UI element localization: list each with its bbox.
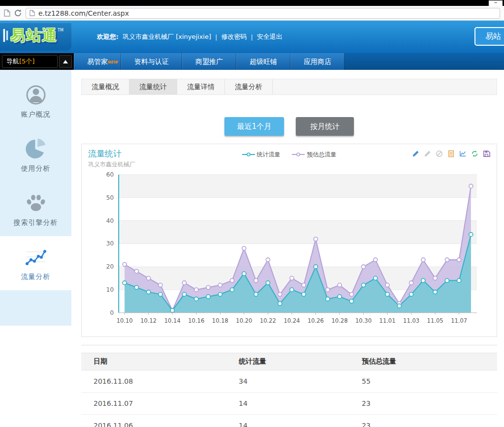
cell-estimate: 23 (362, 392, 497, 414)
svg-text:60: 60 (106, 171, 114, 178)
nav-tab-credentials[interactable]: 资料与认证 (121, 53, 182, 70)
cell-date: 2016.11.06 (81, 414, 239, 427)
sidebar-item-search-engine[interactable]: 搜索引擎分析 (0, 182, 71, 236)
cell-stats: 14 (239, 414, 362, 427)
eraser-icon[interactable] (436, 150, 443, 157)
divider (81, 345, 497, 345)
welcome-bar: 欢迎您: 巩义市鑫业机械厂 [xinyejixie] | 修改密码 | 安全退出 (97, 32, 283, 41)
site-header: 易站通 TM 欢迎您: 巩义市鑫业机械厂 [xinyejixie] | 修改密码… (0, 21, 504, 53)
tab-label: 流量统计 (139, 83, 167, 91)
tab-traffic-details[interactable]: 流量详情 (177, 79, 225, 94)
svg-text:10.10: 10.10 (117, 317, 133, 324)
content: 账户概况 使用分析 搜索引擎分析 (0, 70, 504, 427)
new-badge: NEW (107, 54, 118, 71)
cell-date: 2016.11.07 (81, 392, 239, 414)
reload-icon[interactable] (14, 9, 22, 17)
legend-marker-icon (242, 152, 255, 158)
sidebar-item-label: 使用分析 (0, 164, 71, 173)
corner-button[interactable]: 易站 (474, 27, 504, 46)
svg-text:11.07: 11.07 (451, 317, 467, 324)
main-nav: 导航[5个] 易管家 NEW 资料与认证 商盟推广 超级旺铺 应用商店 (0, 53, 504, 70)
svg-text:0: 0 (110, 309, 114, 316)
svg-text:11.05: 11.05 (427, 317, 443, 324)
content-tabs: 流量概况 流量统计 流量详情 流量分析 (81, 79, 497, 95)
sidebar-item-label: 搜索引擎分析 (0, 218, 71, 227)
tab-label: 流量分析 (235, 83, 262, 91)
table-header-row: 日期 统计流量 预估总流量 (81, 353, 497, 370)
main-area: 流量概况 流量统计 流量详情 流量分析 最近1个月 按月统计 流量统计 巩义市鑫… (71, 70, 504, 427)
logo-text: 易站通 (10, 27, 58, 44)
table-row: 2016.11.08 34 55 (81, 370, 497, 392)
svg-text:10.30: 10.30 (355, 317, 372, 324)
tab-traffic-stats[interactable]: 流量统计 (129, 79, 177, 94)
nav-tab-super-shop[interactable]: 超级旺铺 (236, 53, 290, 70)
panel-toolbar (412, 150, 490, 157)
logout-link[interactable]: 安全退出 (257, 32, 283, 41)
nav-tab-label: 超级旺铺 (250, 58, 277, 65)
line-chart-icon[interactable] (459, 150, 467, 157)
panel-subtitle: 巩义市鑫业机械厂 (88, 160, 490, 169)
nav-tab-yiguanjia[interactable]: 易管家 NEW (74, 53, 121, 70)
address-bar[interactable]: e.tz1288.com/Center.aspx (26, 8, 500, 19)
edit-pencil-blue-icon[interactable] (412, 150, 419, 157)
nav-collapse-button[interactable] (59, 55, 72, 68)
sidebar-item-usage-analysis[interactable]: 使用分析 (0, 128, 71, 182)
user-icon (25, 84, 47, 106)
nav-tab-app-store[interactable]: 应用商店 (290, 53, 345, 70)
svg-text:10.14: 10.14 (164, 317, 181, 324)
refresh-icon[interactable] (471, 150, 478, 157)
tab-traffic-analysis[interactable]: 流量分析 (225, 79, 273, 94)
paw-icon (25, 192, 47, 214)
sidebar-item-account-overview[interactable]: 账户概况 (0, 74, 71, 128)
svg-text:10.16: 10.16 (188, 317, 204, 324)
tab-label: 流量概况 (92, 83, 119, 91)
svg-text:10.12: 10.12 (140, 317, 157, 324)
minimize-button[interactable]: ─ (489, 0, 503, 6)
cell-date: 2016.11.08 (81, 370, 239, 392)
legend-item-estimate[interactable]: 预估总流量 (292, 151, 336, 158)
svg-text:50: 50 (106, 194, 114, 201)
cell-stats: 34 (239, 370, 362, 392)
nav-dropdown[interactable]: 导航[5个] (2, 55, 58, 68)
svg-text:20: 20 (106, 263, 114, 270)
change-password-link[interactable]: 修改密码 (221, 32, 247, 41)
col-header-estimate: 预估总流量 (362, 353, 497, 370)
svg-text:11.01: 11.01 (379, 317, 396, 324)
col-header-date: 日期 (81, 353, 239, 370)
recent-month-button[interactable]: 最近1个月 (224, 117, 284, 136)
nav-tab-label: 应用商店 (304, 58, 331, 65)
separator: | (215, 33, 217, 41)
cell-estimate: 23 (362, 414, 497, 427)
legend-item-stats[interactable]: 统计流量 (242, 151, 283, 158)
app-logo[interactable]: 易站通 TM (0, 23, 71, 51)
svg-text:10.20: 10.20 (236, 317, 252, 324)
cell-stats: 14 (239, 392, 362, 414)
page-icon (4, 9, 10, 17)
nav-tab-label: 易管家 (87, 58, 108, 65)
arrow-up-icon (63, 60, 68, 63)
filter-buttons: 最近1个月 按月统计 (81, 117, 497, 136)
window-titlebar: ─ (0, 0, 504, 6)
company-name: 巩义市鑫业机械厂 [xinyejixie] (123, 32, 211, 41)
separator: | (251, 33, 252, 41)
tab-label: 流量详情 (187, 83, 215, 91)
by-month-button[interactable]: 按月统计 (296, 117, 354, 136)
svg-text:11.03: 11.03 (403, 317, 419, 324)
traffic-table: 日期 统计流量 预估总流量 2016.11.08 34 55 2016.11.0… (81, 353, 497, 427)
tab-traffic-overview[interactable]: 流量概况 (82, 79, 129, 94)
save-icon[interactable] (483, 150, 490, 157)
svg-text:40: 40 (106, 217, 114, 224)
sidebar: 账户概况 使用分析 搜索引擎分析 (0, 70, 71, 427)
sidebar-item-traffic-analysis[interactable]: 流量分析 (0, 236, 71, 290)
page-icon (30, 10, 35, 16)
nav-tab-label: 资料与认证 (134, 58, 169, 65)
edit-pencil-gray-icon[interactable] (424, 150, 431, 157)
col-header-stats: 统计流量 (239, 353, 362, 370)
cell-estimate: 55 (362, 370, 497, 392)
line-chart-icon (25, 246, 47, 269)
report-doc-icon[interactable] (447, 150, 455, 157)
legend-label: 预估总流量 (307, 151, 336, 158)
traffic-stats-panel: 流量统计 巩义市鑫业机械厂 统计流量 预估总流量 (81, 144, 497, 337)
nav-tab-alliance-promo[interactable]: 商盟推广 (182, 53, 236, 70)
logo-tm: TM (58, 28, 63, 32)
